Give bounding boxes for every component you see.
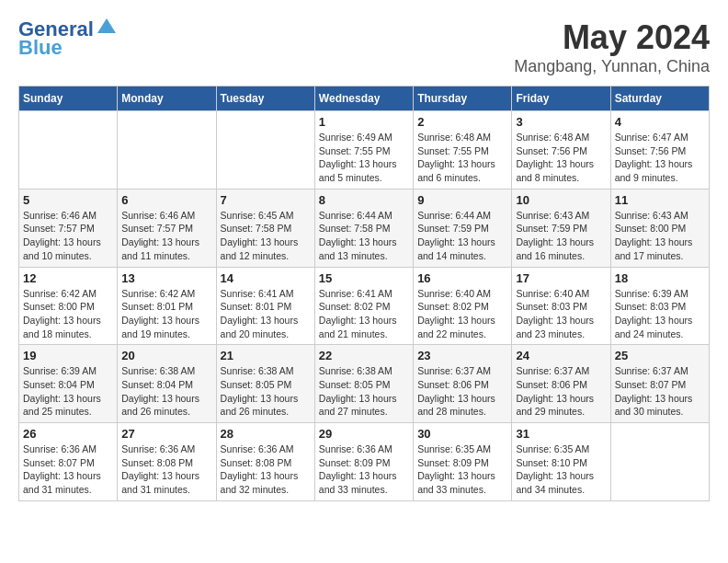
day-info: Sunrise: 6:36 AM Sunset: 8:08 PM Dayligh… xyxy=(121,442,211,497)
calendar-cell: 30Sunrise: 6:35 AM Sunset: 8:09 PM Dayli… xyxy=(414,423,512,501)
day-number: 27 xyxy=(121,427,211,441)
day-info: Sunrise: 6:39 AM Sunset: 8:03 PM Dayligh… xyxy=(615,287,705,341)
calendar-cell: 9Sunrise: 6:44 AM Sunset: 7:59 PM Daylig… xyxy=(414,189,512,267)
calendar-cell: 10Sunrise: 6:43 AM Sunset: 7:59 PM Dayli… xyxy=(512,189,610,267)
day-number: 6 xyxy=(121,193,211,207)
title-block: May 2024 Mangbang, Yunnan, China xyxy=(514,18,710,76)
calendar-cell: 15Sunrise: 6:41 AM Sunset: 8:02 PM Dayli… xyxy=(314,267,413,345)
day-number: 14 xyxy=(221,271,311,285)
calendar-cell: 17Sunrise: 6:40 AM Sunset: 8:03 PM Dayli… xyxy=(512,267,610,345)
day-info: Sunrise: 6:38 AM Sunset: 8:05 PM Dayligh… xyxy=(319,364,409,419)
day-number: 18 xyxy=(615,271,705,285)
day-info: Sunrise: 6:39 AM Sunset: 8:04 PM Dayligh… xyxy=(23,364,113,419)
calendar-cell: 26Sunrise: 6:36 AM Sunset: 8:07 PM Dayli… xyxy=(19,423,118,501)
day-number: 26 xyxy=(23,427,113,441)
page-header: General Blue May 2024 Mangbang, Yunnan, … xyxy=(18,18,710,76)
day-number: 7 xyxy=(221,193,311,207)
calendar-cell: 23Sunrise: 6:37 AM Sunset: 8:06 PM Dayli… xyxy=(414,345,512,423)
calendar-cell xyxy=(19,111,118,190)
day-number: 4 xyxy=(615,115,705,129)
svg-marker-0 xyxy=(97,18,116,33)
day-info: Sunrise: 6:45 AM Sunset: 7:58 PM Dayligh… xyxy=(221,209,311,263)
weekday-header-saturday: Saturday xyxy=(610,86,709,111)
day-number: 17 xyxy=(516,271,606,285)
calendar-cell: 31Sunrise: 6:35 AM Sunset: 8:10 PM Dayli… xyxy=(512,423,610,501)
calendar-cell xyxy=(216,111,314,190)
calendar-cell: 28Sunrise: 6:36 AM Sunset: 8:08 PM Dayli… xyxy=(216,423,314,501)
day-info: Sunrise: 6:49 AM Sunset: 7:55 PM Dayligh… xyxy=(319,131,409,185)
calendar-cell: 22Sunrise: 6:38 AM Sunset: 8:05 PM Dayli… xyxy=(314,345,413,423)
day-number: 15 xyxy=(319,271,409,285)
day-info: Sunrise: 6:37 AM Sunset: 8:07 PM Dayligh… xyxy=(615,364,705,419)
calendar-cell: 18Sunrise: 6:39 AM Sunset: 8:03 PM Dayli… xyxy=(610,267,709,345)
day-info: Sunrise: 6:38 AM Sunset: 8:05 PM Dayligh… xyxy=(221,364,311,419)
day-number: 21 xyxy=(221,349,311,362)
day-number: 29 xyxy=(319,427,409,441)
day-number: 28 xyxy=(221,427,311,441)
weekday-header-sunday: Sunday xyxy=(19,86,118,111)
day-number: 13 xyxy=(121,271,211,285)
calendar-cell: 3Sunrise: 6:48 AM Sunset: 7:56 PM Daylig… xyxy=(512,111,610,190)
day-info: Sunrise: 6:40 AM Sunset: 8:03 PM Dayligh… xyxy=(516,287,606,341)
calendar-cell: 4Sunrise: 6:47 AM Sunset: 7:56 PM Daylig… xyxy=(610,111,709,190)
day-number: 11 xyxy=(615,193,705,207)
day-number: 19 xyxy=(23,349,113,362)
day-number: 10 xyxy=(516,193,606,207)
logo: General Blue xyxy=(18,18,118,59)
calendar-cell: 11Sunrise: 6:43 AM Sunset: 8:00 PM Dayli… xyxy=(610,189,709,267)
calendar-cell: 16Sunrise: 6:40 AM Sunset: 8:02 PM Dayli… xyxy=(414,267,512,345)
weekday-header-tuesday: Tuesday xyxy=(216,86,314,111)
calendar-table: SundayMondayTuesdayWednesdayThursdayFrid… xyxy=(18,86,710,501)
day-info: Sunrise: 6:43 AM Sunset: 7:59 PM Dayligh… xyxy=(516,209,606,263)
calendar-cell: 1Sunrise: 6:49 AM Sunset: 7:55 PM Daylig… xyxy=(314,111,413,190)
day-number: 3 xyxy=(516,115,606,129)
day-info: Sunrise: 6:41 AM Sunset: 8:02 PM Dayligh… xyxy=(319,287,409,341)
day-info: Sunrise: 6:38 AM Sunset: 8:04 PM Dayligh… xyxy=(121,364,211,419)
calendar-title: May 2024 xyxy=(514,18,710,57)
logo-icon xyxy=(96,17,118,39)
calendar-cell xyxy=(610,423,709,501)
day-number: 24 xyxy=(516,349,606,362)
day-number: 9 xyxy=(417,193,507,207)
calendar-cell: 13Sunrise: 6:42 AM Sunset: 8:01 PM Dayli… xyxy=(118,267,216,345)
day-number: 2 xyxy=(417,115,507,129)
day-number: 12 xyxy=(23,271,113,285)
weekday-header-friday: Friday xyxy=(512,86,610,111)
day-number: 31 xyxy=(516,427,606,441)
weekday-header-thursday: Thursday xyxy=(414,86,512,111)
day-number: 20 xyxy=(121,349,211,362)
day-info: Sunrise: 6:48 AM Sunset: 7:55 PM Dayligh… xyxy=(417,131,507,185)
day-info: Sunrise: 6:36 AM Sunset: 8:08 PM Dayligh… xyxy=(221,442,311,497)
calendar-cell: 29Sunrise: 6:36 AM Sunset: 8:09 PM Dayli… xyxy=(314,423,413,501)
calendar-cell: 19Sunrise: 6:39 AM Sunset: 8:04 PM Dayli… xyxy=(19,345,118,423)
day-number: 8 xyxy=(319,193,409,207)
calendar-cell: 27Sunrise: 6:36 AM Sunset: 8:08 PM Dayli… xyxy=(118,423,216,501)
day-number: 22 xyxy=(319,349,409,362)
day-info: Sunrise: 6:43 AM Sunset: 8:00 PM Dayligh… xyxy=(615,209,705,263)
day-info: Sunrise: 6:40 AM Sunset: 8:02 PM Dayligh… xyxy=(417,287,507,341)
calendar-cell: 12Sunrise: 6:42 AM Sunset: 8:00 PM Dayli… xyxy=(19,267,118,345)
day-info: Sunrise: 6:35 AM Sunset: 8:10 PM Dayligh… xyxy=(516,442,606,497)
calendar-cell: 5Sunrise: 6:46 AM Sunset: 7:57 PM Daylig… xyxy=(19,189,118,267)
calendar-cell: 25Sunrise: 6:37 AM Sunset: 8:07 PM Dayli… xyxy=(610,345,709,423)
day-number: 30 xyxy=(417,427,507,441)
day-info: Sunrise: 6:44 AM Sunset: 7:58 PM Dayligh… xyxy=(319,209,409,263)
day-info: Sunrise: 6:41 AM Sunset: 8:01 PM Dayligh… xyxy=(221,287,311,341)
calendar-cell: 7Sunrise: 6:45 AM Sunset: 7:58 PM Daylig… xyxy=(216,189,314,267)
calendar-cell: 20Sunrise: 6:38 AM Sunset: 8:04 PM Dayli… xyxy=(118,345,216,423)
calendar-cell: 6Sunrise: 6:46 AM Sunset: 7:57 PM Daylig… xyxy=(118,189,216,267)
day-info: Sunrise: 6:46 AM Sunset: 7:57 PM Dayligh… xyxy=(121,209,211,263)
day-info: Sunrise: 6:36 AM Sunset: 8:09 PM Dayligh… xyxy=(319,442,409,497)
calendar-cell xyxy=(118,111,216,190)
day-info: Sunrise: 6:36 AM Sunset: 8:07 PM Dayligh… xyxy=(23,442,113,497)
calendar-cell: 8Sunrise: 6:44 AM Sunset: 7:58 PM Daylig… xyxy=(314,189,413,267)
calendar-cell: 14Sunrise: 6:41 AM Sunset: 8:01 PM Dayli… xyxy=(216,267,314,345)
calendar-cell: 21Sunrise: 6:38 AM Sunset: 8:05 PM Dayli… xyxy=(216,345,314,423)
day-info: Sunrise: 6:37 AM Sunset: 8:06 PM Dayligh… xyxy=(516,364,606,419)
day-info: Sunrise: 6:42 AM Sunset: 8:01 PM Dayligh… xyxy=(121,287,211,341)
calendar-subtitle: Mangbang, Yunnan, China xyxy=(514,57,710,76)
calendar-cell: 2Sunrise: 6:48 AM Sunset: 7:55 PM Daylig… xyxy=(414,111,512,190)
day-info: Sunrise: 6:44 AM Sunset: 7:59 PM Dayligh… xyxy=(417,209,507,263)
day-info: Sunrise: 6:47 AM Sunset: 7:56 PM Dayligh… xyxy=(615,131,705,185)
day-info: Sunrise: 6:46 AM Sunset: 7:57 PM Dayligh… xyxy=(23,209,113,263)
